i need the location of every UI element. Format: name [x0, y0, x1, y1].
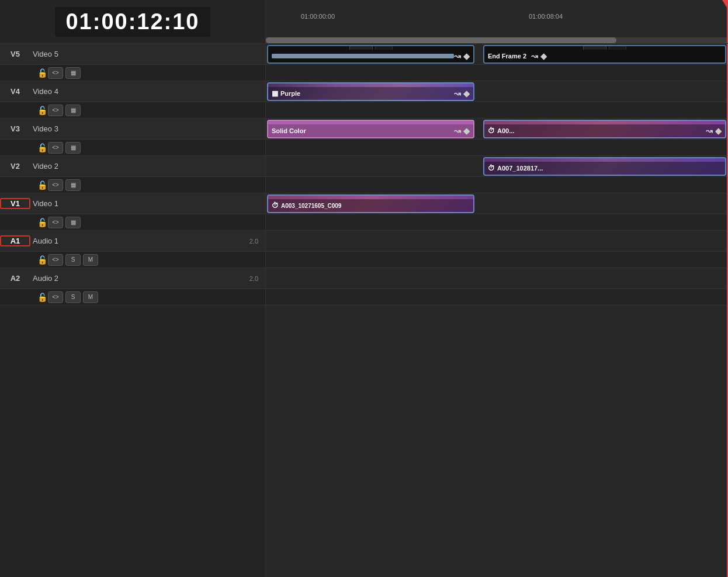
- v5-controls: 🔓 <> ▦: [0, 67, 82, 79]
- v3-clip2-label-text: A00...: [497, 127, 514, 134]
- track-name-v4: Video 4: [30, 87, 265, 96]
- v2-controls: 🔓 <> ▦: [0, 179, 82, 191]
- track-id-v3: V3: [0, 124, 30, 133]
- v1-lock-icon[interactable]: 🔓: [33, 218, 47, 227]
- v4-controls-row: [266, 102, 728, 119]
- v1-clip1[interactable]: ⏱ A003_10271605_C009: [267, 194, 474, 213]
- track-name-v5: Video 5: [30, 50, 265, 58]
- v3-controls: 🔓 <> ▦: [0, 142, 82, 154]
- track-id-v2: V2: [0, 162, 30, 171]
- v5-clip1[interactable]: ↝ ◆: [267, 45, 474, 64]
- v4-controls: 🔓 <> ▦: [0, 105, 82, 116]
- v2-clip1[interactable]: ⏱ A007_102817...: [483, 157, 726, 176]
- v4-clip1-kf-curve: ↝: [454, 89, 461, 98]
- track-content-area: ↝ ◆ End Frame 2 ↝ ◆: [266, 44, 728, 577]
- track-header-v3: V3 Video 3: [0, 119, 265, 140]
- timecode-display: 01:00:12:10: [0, 0, 266, 43]
- v4-clip1-icon: ▦: [272, 89, 278, 98]
- track-controls-v4: 🔓 <> ▦: [0, 102, 265, 119]
- track-name-v3: Video 3: [30, 124, 265, 133]
- a2-code-icon[interactable]: <>: [48, 291, 63, 303]
- v2-clip1-thumbnail: [484, 158, 725, 162]
- track-header-v5: V5 Video 5: [0, 44, 265, 65]
- v1-clip1-label-text: A003_10271605_C009: [281, 203, 341, 209]
- v2-code-icon[interactable]: <>: [48, 179, 63, 191]
- app-container: 01:00:12:10 01:00:00:00 01:00:08:04 V5 V…: [0, 0, 728, 577]
- track-header-v4: V4 Video 4: [0, 81, 265, 102]
- v3-clip2-kf-curve: ↝: [706, 126, 713, 135]
- v1-clip1-label: ⏱ A003_10271605_C009: [268, 199, 473, 212]
- v5-clip2-kf-diamond: ◆: [540, 51, 547, 61]
- v3-clip2[interactable]: ⏱ A00... ↝ ◆: [483, 120, 726, 138]
- playhead-arrow: [722, 0, 728, 9]
- track-id-a2: A2: [0, 274, 30, 283]
- v5-clip1-kf-diamond: ◆: [463, 51, 470, 61]
- a1-content-row: [266, 231, 728, 252]
- scrollbar-thumb[interactable]: [266, 37, 616, 43]
- v2-lock-icon[interactable]: 🔓: [33, 180, 47, 190]
- ruler-mark-2: 01:00:08:04: [529, 13, 563, 20]
- track-number-a2: 2.0: [249, 275, 265, 282]
- v3-clip1[interactable]: Solid Color ↝ ◆: [267, 120, 474, 138]
- timecode-text: 01:00:12:10: [55, 7, 210, 37]
- v3-clip1-label: Solid Color ↝ ◆: [268, 124, 473, 137]
- track-name-v1: Video 1: [30, 199, 265, 208]
- v4-clip1-kf-diamond: ◆: [463, 89, 470, 98]
- a1-code-icon[interactable]: <>: [48, 254, 63, 266]
- track-id-a1: A1: [0, 235, 30, 246]
- v2-film-icon[interactable]: ▦: [65, 179, 81, 191]
- v5-clip1-thumbnail: [268, 46, 473, 50]
- v3-film-icon[interactable]: ▦: [65, 142, 81, 154]
- v1-clip1-thumbnail: [268, 196, 473, 199]
- v5-content-row: ↝ ◆ End Frame 2 ↝ ◆: [266, 44, 728, 65]
- v5-clip2[interactable]: End Frame 2 ↝ ◆: [483, 45, 726, 64]
- v3-clip2-label: ⏱ A00... ↝ ◆: [484, 124, 725, 137]
- a1-lock-icon[interactable]: 🔓: [33, 255, 47, 265]
- v5-clip1-kf-curve: ↝: [454, 51, 461, 61]
- v4-clip1-label: ▦ Purple ↝ ◆: [268, 87, 473, 100]
- v1-code-icon[interactable]: <>: [48, 217, 63, 228]
- v1-controls: 🔓 <> ▦: [0, 217, 82, 228]
- v1-content-row: ⏱ A003_10271605_C009: [266, 193, 728, 214]
- v5-code-icon[interactable]: <>: [48, 67, 63, 79]
- v3-clip1-kf-diamond: ◆: [463, 126, 470, 135]
- v4-clip1[interactable]: ▦ Purple ↝ ◆: [267, 82, 474, 101]
- ruler-mark-1: 01:00:00:00: [301, 13, 335, 20]
- v2-clip1-icon: ⏱: [488, 164, 495, 172]
- track-headers: V5 Video 5 🔓 <> ▦ V4 Video 4 🔓 <> ▦: [0, 44, 266, 577]
- v5-lock-icon[interactable]: 🔓: [33, 68, 47, 78]
- track-controls-v1: 🔓 <> ▦: [0, 214, 265, 231]
- v3-lock-icon[interactable]: 🔓: [33, 143, 47, 152]
- v4-film-icon[interactable]: ▦: [65, 105, 81, 116]
- track-header-a2: A2 Audio 2 2.0: [0, 268, 265, 289]
- v4-code-icon[interactable]: <>: [48, 105, 63, 116]
- a2-lock-icon[interactable]: 🔓: [33, 293, 47, 302]
- a1-controls: 🔓 <> S M: [0, 254, 99, 266]
- v5-controls-row: [266, 65, 728, 81]
- v5-clip2-kf-curve: ↝: [531, 51, 538, 61]
- track-header-v1: V1 Video 1: [0, 193, 265, 214]
- a1-solo-icon[interactable]: S: [65, 254, 81, 266]
- v4-content-row: ▦ Purple ↝ ◆: [266, 81, 728, 102]
- v1-controls-row: [266, 214, 728, 231]
- track-name-a1: Audio 1: [30, 237, 249, 245]
- track-header-a1: A1 Audio 1 2.0: [0, 231, 265, 252]
- a2-controls-row: [266, 289, 728, 305]
- v1-film-icon[interactable]: ▦: [65, 217, 81, 228]
- track-controls-v2: 🔓 <> ▦: [0, 177, 265, 193]
- a2-solo-icon[interactable]: S: [65, 291, 81, 303]
- v3-code-icon[interactable]: <>: [48, 142, 63, 154]
- v5-film-icon[interactable]: ▦: [65, 67, 81, 79]
- timeline-scrollbar[interactable]: [266, 37, 728, 43]
- a2-mute-icon[interactable]: M: [83, 291, 98, 303]
- track-id-v4: V4: [0, 87, 30, 96]
- track-controls-a2: 🔓 <> S M: [0, 289, 265, 305]
- v3-clip2-kf-diamond: ◆: [715, 126, 722, 135]
- track-number-a1: 2.0: [249, 238, 265, 245]
- a1-mute-icon[interactable]: M: [83, 254, 98, 266]
- v5-clip2-label: End Frame 2 ↝ ◆: [484, 50, 725, 62]
- header-row: 01:00:12:10 01:00:00:00 01:00:08:04: [0, 0, 728, 44]
- v4-lock-icon[interactable]: 🔓: [33, 106, 47, 115]
- v2-clip1-label: ⏱ A007_102817...: [484, 162, 725, 175]
- v2-clip1-label-text: A007_102817...: [497, 165, 543, 172]
